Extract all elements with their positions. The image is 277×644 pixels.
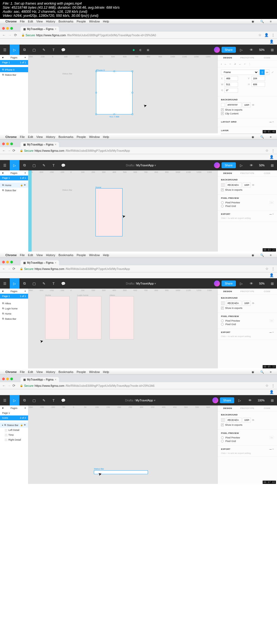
menu-icon[interactable]: ≡ bbox=[270, 135, 272, 138]
frame-preset-select[interactable]: Frame bbox=[221, 70, 259, 75]
menu-window[interactable]: Window bbox=[89, 135, 100, 138]
menu-icon[interactable]: ≡ bbox=[270, 20, 272, 23]
frame-label-statusbar[interactable]: Status Bar bbox=[62, 72, 72, 75]
add-grid-icon[interactable]: + bbox=[272, 121, 274, 123]
tab-close-icon[interactable]: × bbox=[55, 28, 56, 31]
input-y[interactable] bbox=[252, 76, 265, 81]
back-icon[interactable]: ← bbox=[2, 148, 6, 153]
zoom-level[interactable]: 50% bbox=[257, 164, 267, 167]
user-avatar[interactable] bbox=[214, 47, 220, 53]
hamburger-icon[interactable]: ☰ bbox=[0, 45, 10, 55]
tab-design[interactable]: DESIGN bbox=[218, 55, 238, 61]
window-controls[interactable] bbox=[0, 27, 15, 32]
zoom-level[interactable]: 50% bbox=[257, 48, 267, 51]
profile-icon[interactable]: 👤 bbox=[264, 33, 269, 37]
move-tool-icon[interactable]: ▷ bbox=[10, 45, 19, 55]
layer-statusbar[interactable]: ⧉Status Bar bbox=[0, 316, 28, 321]
reload-icon[interactable]: ⟳ bbox=[14, 33, 17, 37]
mac-menubar[interactable]: Chrome File Edit View History Bookmarks … bbox=[0, 134, 277, 140]
orient-landscape[interactable]: ▭ bbox=[265, 70, 269, 75]
tab-code[interactable]: CODE bbox=[257, 55, 277, 61]
address-bar[interactable]: 🔒Secure https://www.figma.com/file/RWdsU… bbox=[20, 149, 263, 152]
page-item[interactable]: Page 11 of 1 bbox=[0, 60, 28, 65]
layer-right-detail[interactable]: ⬚Right Detail bbox=[0, 437, 28, 442]
text-tool-icon[interactable]: T bbox=[49, 278, 58, 289]
share-button[interactable]: Share bbox=[222, 280, 236, 286]
view-icon[interactable]: 👁 bbox=[247, 160, 256, 170]
layer-left-detail[interactable]: ⬚Left Detail bbox=[0, 428, 28, 432]
mac-menubar[interactable]: Chrome FileEditView HistoryBookmarksPeop… bbox=[0, 253, 277, 258]
share-button[interactable]: Share bbox=[222, 162, 236, 168]
comment-tool-icon[interactable]: 💬 bbox=[58, 45, 68, 55]
tab-prototype[interactable]: PROTOTYPE bbox=[238, 55, 257, 61]
rectangle-tool-icon[interactable]: ▢ bbox=[29, 45, 39, 55]
pen-tool-icon[interactable]: ✎ bbox=[39, 160, 49, 170]
profile-avatar-icon[interactable]: 👤 bbox=[269, 155, 274, 159]
checkbox-show-exports[interactable] bbox=[221, 108, 224, 111]
input-w[interactable] bbox=[225, 82, 238, 87]
hamburger-icon[interactable]: ☰ bbox=[0, 278, 10, 289]
eye-icon[interactable]: 👁 bbox=[24, 184, 26, 186]
add-page-icon[interactable]: + bbox=[24, 290, 26, 293]
frame-login-home[interactable] bbox=[77, 296, 101, 339]
rectangle-tool-icon[interactable]: ▢ bbox=[29, 395, 39, 405]
input-rotation[interactable] bbox=[225, 88, 238, 93]
doc-name[interactable]: MyTravelApp bbox=[136, 164, 154, 167]
menu-help[interactable]: Help bbox=[103, 20, 109, 23]
lock-icon[interactable]: 🔒 bbox=[20, 184, 23, 186]
frame-label-statusbar[interactable]: Status Bar bbox=[94, 468, 104, 470]
menu-view[interactable]: View bbox=[36, 135, 43, 138]
canvas[interactable]: -200-10001002003004005006007008009001000… bbox=[28, 55, 217, 133]
close-icon[interactable] bbox=[2, 27, 5, 30]
browser-tab[interactable]: ▦ MyTravelApp – Figma × bbox=[21, 27, 59, 32]
user-avatar[interactable] bbox=[212, 397, 218, 403]
options-icon[interactable]: ⊞ bbox=[267, 160, 277, 170]
canvas[interactable]: -400-300-200-100010020030040050060070080… bbox=[28, 289, 217, 368]
menu-people[interactable]: People bbox=[77, 135, 86, 138]
layer-home[interactable]: ⧉Home bbox=[0, 311, 28, 316]
comment-tool-icon[interactable]: 💬 bbox=[58, 160, 68, 170]
layer-statusbar[interactable]: ⧉ Status Bar bbox=[0, 72, 28, 77]
menu-edit[interactable]: Edit bbox=[28, 20, 33, 23]
frame-tool-icon[interactable]: ⧉ bbox=[19, 160, 29, 170]
menu-help[interactable]: Help bbox=[103, 135, 109, 138]
color-opacity-input[interactable] bbox=[243, 103, 251, 107]
layer-time[interactable]: ⬚Time bbox=[0, 432, 28, 437]
search-icon[interactable]: 🔍 bbox=[260, 20, 264, 23]
visibility-icon[interactable]: 👁 bbox=[252, 104, 255, 107]
color-hex-input[interactable] bbox=[226, 103, 242, 107]
checkbox-clip-content[interactable] bbox=[221, 112, 224, 115]
menu-file[interactable]: File bbox=[20, 20, 25, 23]
add-page-icon[interactable]: + bbox=[24, 407, 26, 409]
menu-window[interactable]: Window bbox=[89, 20, 100, 23]
view-icon[interactable]: 👁 bbox=[247, 45, 256, 55]
mac-menubar[interactable]: Chrome File Edit View History Bookmarks … bbox=[0, 19, 277, 24]
user-avatar[interactable] bbox=[214, 162, 220, 168]
minimize-icon[interactable] bbox=[6, 27, 9, 30]
page-item[interactable]: Page 11 of 1 bbox=[0, 176, 28, 180]
frame-statusbar[interactable] bbox=[94, 470, 148, 474]
orient-portrait[interactable]: ▯ bbox=[260, 70, 265, 75]
color-swatch[interactable] bbox=[221, 183, 225, 187]
page-item[interactable]: Page 1 bbox=[0, 411, 28, 415]
maximize-icon[interactable] bbox=[10, 27, 13, 30]
breadcrumb-drafts[interactable]: Drafts bbox=[126, 164, 134, 167]
lock-icon[interactable]: 🔒 bbox=[20, 424, 23, 426]
play-icon[interactable]: ▷ bbox=[236, 45, 246, 55]
kebab-icon[interactable]: ⋮ bbox=[271, 33, 275, 37]
input-h[interactable] bbox=[252, 82, 265, 87]
address-bar[interactable]: 🔒 Secure https://www.figma.com/file/RWds… bbox=[21, 34, 256, 37]
mask-icon[interactable]: ◐ bbox=[139, 48, 142, 51]
frame-label-statusbar[interactable]: Status Bar bbox=[62, 189, 72, 191]
back-icon[interactable]: ← bbox=[2, 33, 6, 37]
layer-hikes[interactable]: ⧉Hikes bbox=[0, 301, 28, 306]
reload-icon[interactable]: ⟳ bbox=[12, 148, 15, 153]
tab-code[interactable]: CODE bbox=[257, 170, 277, 176]
text-tool-icon[interactable]: T bbox=[49, 45, 58, 55]
hamburger-icon[interactable]: ☰ bbox=[0, 160, 10, 170]
menu-history[interactable]: History bbox=[46, 135, 55, 138]
frame-tool-icon[interactable]: ⧉ bbox=[19, 395, 29, 405]
menu-chrome[interactable]: Chrome bbox=[5, 20, 17, 23]
mac-menubar[interactable]: Chrome FileEditView HistoryBookmarksPeop… bbox=[0, 369, 277, 375]
hamburger-icon[interactable]: ☰ bbox=[0, 395, 10, 405]
